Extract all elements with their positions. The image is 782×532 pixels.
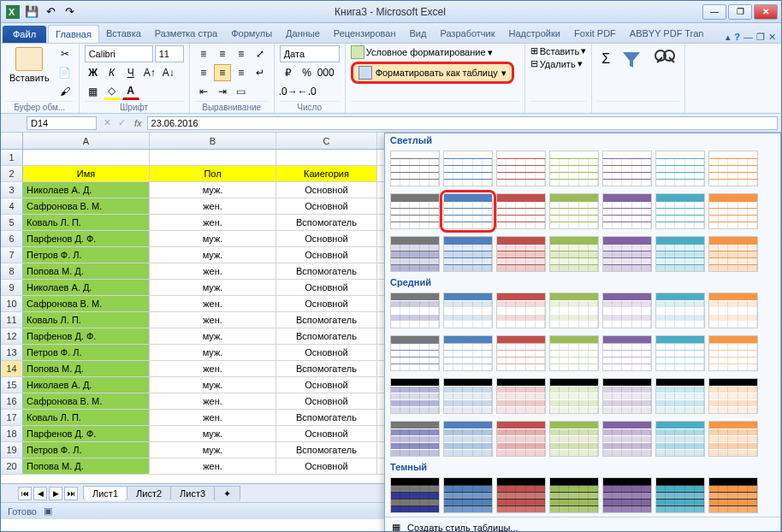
row-header[interactable]: 19 [1, 442, 23, 458]
table-style-swatch[interactable] [496, 477, 546, 513]
col-header-A[interactable]: A [23, 133, 150, 149]
row-header[interactable]: 17 [1, 410, 23, 425]
sheet-tab[interactable]: Лист2 [127, 486, 171, 500]
borders-icon[interactable]: ▦ [85, 83, 102, 100]
cell[interactable]: Николаев А. Д. [23, 182, 150, 198]
col-header-C[interactable]: C [276, 133, 377, 149]
table-style-swatch[interactable] [390, 335, 440, 371]
cell[interactable]: Сафронова В. М. [23, 198, 150, 214]
font-size-combo[interactable]: 11 [155, 45, 184, 62]
table-style-swatch[interactable] [655, 421, 705, 457]
sheet-tab[interactable]: Лист3 [170, 486, 215, 500]
table-style-swatch[interactable] [602, 378, 652, 414]
table-style-swatch[interactable] [443, 151, 493, 186]
minimize-ribbon-icon[interactable]: ▴ [726, 32, 731, 43]
fill-color-icon[interactable]: ◇ [104, 83, 121, 100]
sheet-tab[interactable]: Лист1 [83, 486, 127, 500]
table-style-swatch[interactable] [655, 193, 705, 229]
table-style-swatch[interactable] [390, 236, 440, 272]
table-style-swatch[interactable] [390, 151, 440, 186]
cell[interactable]: Попова М. Д. [23, 263, 150, 279]
table-style-swatch[interactable] [496, 378, 546, 414]
cell[interactable]: Основной [276, 182, 377, 198]
paste-button[interactable]: Вставить [6, 45, 53, 85]
cell[interactable]: Николаев А. Д. [23, 377, 150, 393]
row-header[interactable]: 1 [1, 150, 23, 165]
cell[interactable]: Вспомогатель [276, 328, 377, 344]
cell[interactable]: муж. [150, 442, 276, 458]
col-header-B[interactable]: B [150, 133, 276, 149]
ribbon-tab[interactable]: Разметка стра [148, 25, 224, 43]
row-header[interactable]: 14 [1, 361, 23, 376]
cell[interactable]: жен. [150, 393, 276, 409]
maximize-button[interactable]: ❐ [728, 4, 752, 20]
help-icon[interactable]: ? [734, 32, 740, 43]
table-style-swatch[interactable] [496, 151, 546, 186]
doc-restore-icon[interactable]: ❐ [756, 32, 765, 43]
table-style-swatch[interactable] [655, 378, 705, 414]
doc-minimize-icon[interactable]: — [743, 32, 753, 43]
ribbon-tab[interactable]: Foxit PDF [567, 25, 623, 43]
cell[interactable]: муж. [150, 247, 276, 263]
ribbon-tab[interactable]: Вид [403, 25, 434, 43]
file-tab[interactable]: Файл [3, 26, 46, 43]
ribbon-tab[interactable]: Вставка [99, 25, 148, 43]
save-icon[interactable]: 💾 [23, 3, 40, 21]
table-style-swatch[interactable] [443, 378, 493, 414]
table-style-swatch[interactable] [708, 335, 758, 371]
sort-filter-button[interactable] [616, 45, 647, 73]
cell[interactable]: жен. [150, 410, 276, 425]
table-style-swatch[interactable] [549, 151, 599, 186]
cell[interactable]: Попова М. Д. [23, 458, 150, 474]
decrease-font-icon[interactable]: A↓ [160, 64, 177, 81]
align-top-icon[interactable]: ≡ [195, 45, 212, 62]
cut-icon[interactable]: ✂ [56, 45, 74, 62]
cell[interactable]: Основной [276, 198, 377, 214]
name-box[interactable]: D14 [27, 116, 97, 130]
table-style-swatch[interactable] [655, 236, 705, 272]
cell[interactable]: Основной [276, 426, 377, 441]
header-cell[interactable]: Каиегория [276, 166, 377, 181]
cell[interactable]: Основной [276, 345, 377, 360]
orientation-icon[interactable]: ⤢ [252, 45, 269, 62]
underline-icon[interactable]: Ч [122, 64, 139, 81]
increase-decimal-icon[interactable]: .0→ [280, 83, 297, 100]
table-style-swatch[interactable] [443, 193, 493, 229]
cell[interactable]: муж. [150, 328, 276, 344]
row-header[interactable]: 12 [1, 328, 23, 344]
table-style-swatch[interactable] [708, 151, 758, 186]
cell[interactable]: Петров Ф. Л. [23, 442, 150, 458]
sheet-nav-first-icon[interactable]: ⏮ [18, 487, 32, 500]
cell[interactable]: жен. [150, 312, 276, 328]
fx-icon[interactable]: fx [129, 118, 147, 128]
table-style-swatch[interactable] [708, 477, 758, 513]
row-header[interactable]: 8 [1, 263, 23, 279]
table-style-swatch[interactable] [443, 335, 493, 371]
find-button[interactable] [649, 45, 679, 73]
cell[interactable]: Коваль Л. П. [23, 312, 150, 328]
table-style-swatch[interactable] [602, 236, 652, 272]
minimize-button[interactable]: — [702, 4, 726, 20]
formula-bar[interactable]: 23.06.2016 [147, 116, 778, 130]
cell[interactable]: жен. [150, 458, 276, 474]
cell[interactable]: жен. [150, 198, 276, 214]
format-as-table-button[interactable]: Форматировать как таблицу ▾ [351, 62, 514, 84]
cell[interactable]: Основной [276, 280, 377, 295]
new-sheet-button[interactable]: ✦ [214, 486, 240, 501]
ribbon-tab[interactable]: Разработчик [433, 25, 501, 43]
cell[interactable]: муж. [150, 377, 276, 393]
header-cell[interactable]: Имя [23, 166, 150, 181]
row-header[interactable]: 9 [1, 280, 23, 295]
table-style-swatch[interactable] [496, 421, 546, 457]
cell[interactable]: муж. [150, 280, 276, 295]
cell[interactable]: Парфенов Д. Ф. [23, 231, 150, 246]
row-header[interactable]: 10 [1, 296, 23, 311]
insert-cells-button[interactable]: ⊞ Вставить ▾ [530, 45, 587, 56]
header-cell[interactable]: Пол [150, 166, 276, 181]
table-style-swatch[interactable] [496, 236, 546, 272]
row-header[interactable]: 7 [1, 247, 23, 263]
cell[interactable]: Вспомогатель [276, 442, 377, 458]
table-style-swatch[interactable] [496, 293, 546, 328]
table-style-swatch[interactable] [443, 477, 493, 513]
row-header[interactable]: 18 [1, 426, 23, 441]
